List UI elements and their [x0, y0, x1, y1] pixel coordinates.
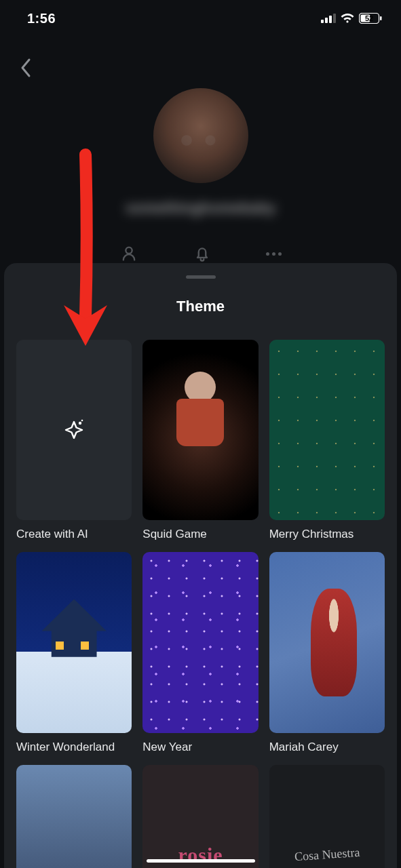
- chevron-left-icon: [20, 58, 32, 78]
- theme-thumb-text: Cosa Nuestra: [294, 846, 360, 865]
- theme-mariah-carey[interactable]: Mariah Carey: [269, 552, 385, 753]
- theme-thumb: rosie: [142, 765, 258, 868]
- more-icon[interactable]: [266, 252, 282, 256]
- theme-thumb: [269, 340, 385, 520]
- avatar[interactable]: [153, 88, 248, 183]
- svg-rect-3: [333, 14, 336, 23]
- theme-thumb: Cosa Nuestra: [269, 765, 385, 868]
- person-outline-icon[interactable]: [119, 244, 138, 263]
- theme-thumb: [16, 765, 132, 868]
- sheet-title: Theme: [16, 298, 385, 315]
- status-time: 1:56: [27, 11, 56, 26]
- username: somethinghomebaby: [126, 199, 275, 217]
- theme-label: Create with AI: [16, 527, 132, 541]
- theme-squid-game[interactable]: Squid Game: [142, 340, 258, 541]
- svg-rect-2: [329, 16, 332, 23]
- theme-thumb: [16, 552, 132, 732]
- theme-grid: Create with AI Squid Game Merry Christma…: [16, 340, 385, 868]
- svg-point-9: [81, 420, 83, 422]
- wifi-icon: [340, 13, 355, 24]
- home-indicator[interactable]: [147, 859, 255, 863]
- theme-create-with-ai[interactable]: Create with AI: [16, 340, 132, 541]
- cellular-icon: [321, 14, 336, 23]
- svg-text:52: 52: [365, 14, 373, 22]
- svg-rect-6: [380, 16, 382, 20]
- profile-action-row: [119, 244, 282, 263]
- svg-rect-0: [321, 20, 324, 23]
- battery-icon: 52: [359, 13, 382, 24]
- back-button[interactable]: [12, 54, 39, 81]
- profile-area: somethinghomebaby: [0, 88, 401, 263]
- theme-label: Winter Wonderland: [16, 740, 132, 754]
- theme-winter-wonderland[interactable]: Winter Wonderland: [16, 552, 132, 753]
- theme-label: Mariah Carey: [269, 740, 385, 754]
- theme-label: New Year: [142, 740, 258, 754]
- theme-thumb-text: rosie: [178, 844, 223, 867]
- theme-thumb: [269, 552, 385, 732]
- bell-outline-icon[interactable]: [193, 244, 212, 263]
- theme-cosa-nuestra[interactable]: Cosa Nuestra: [269, 765, 385, 868]
- theme-thumb: [142, 552, 258, 732]
- theme-thumb: [16, 340, 132, 520]
- theme-label: Merry Christmas: [269, 527, 385, 541]
- svg-rect-1: [325, 18, 328, 23]
- svg-point-8: [79, 422, 81, 425]
- sheet-grabber[interactable]: [186, 275, 216, 279]
- theme-label: Squid Game: [142, 527, 258, 541]
- theme-new-year[interactable]: New Year: [142, 552, 258, 753]
- status-bar: 1:56 52: [0, 0, 401, 37]
- theme-merry-christmas[interactable]: Merry Christmas: [269, 340, 385, 541]
- theme-rosie[interactable]: rosie: [142, 765, 258, 868]
- status-icons: 52: [321, 13, 382, 24]
- theme-sheet: Theme Create with AI Squid Game Merry Ch…: [4, 263, 397, 868]
- theme-thumb: [142, 340, 258, 520]
- sparkle-icon: [62, 418, 86, 442]
- theme-7[interactable]: [16, 765, 132, 868]
